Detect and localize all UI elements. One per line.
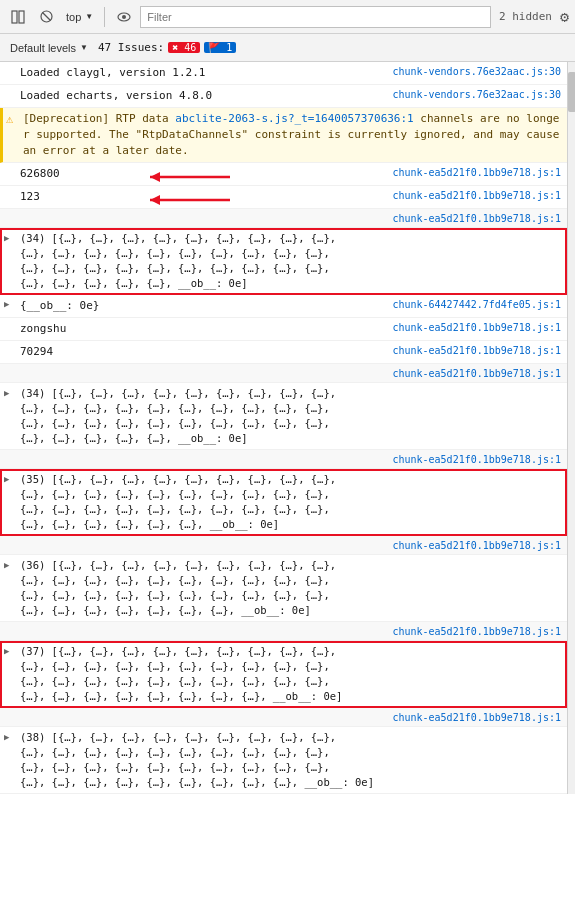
top-label: top [66, 11, 81, 23]
issues-label: 47 Issues: [98, 41, 164, 54]
log-text-src34b [16, 366, 388, 368]
expander-src37 [0, 624, 16, 626]
panel-icon-btn[interactable] [6, 5, 30, 29]
deprecation-link[interactable]: abclite-2063-s.js?_t=1640057370636:1 [175, 112, 413, 125]
log-text-array37: (37) [{…}, {…}, {…}, {…}, {…}, {…}, {…},… [16, 643, 567, 705]
log-text-array35: (35) [{…}, {…}, {…}, {…}, {…}, {…}, {…},… [16, 471, 567, 533]
log-text-70294: 70294 [16, 343, 388, 361]
expander-zongshu [0, 320, 16, 322]
source-array36[interactable]: chunk-ea5d21f0.1bb9e718.js:1 [388, 538, 567, 552]
expander-src34b [0, 366, 16, 368]
console-wrapper: Loaded claygl, version 1.2.1 chunk-vendo… [0, 62, 575, 794]
log-row-deprecation: ⚠ [Deprecation] RTP data abclite-2063-s.… [0, 108, 567, 163]
toolbar-row1: top ▼ 2 hidden ⚙ [0, 0, 575, 34]
log-row-array34b: ▶ (34) [{…}, {…}, {…}, {…}, {…}, {…}, {…… [0, 383, 567, 450]
log-text-obj: {__ob__: 0e} [16, 297, 388, 315]
source-70294[interactable]: chunk-ea5d21f0.1bb9e718.js:1 [388, 343, 567, 357]
log-text-array34b: (34) [{…}, {…}, {…}, {…}, {…}, {…}, {…},… [16, 385, 567, 447]
source-123[interactable]: chunk-ea5d21f0.1bb9e718.js:1 [388, 188, 567, 202]
value-123: 123 [20, 190, 40, 203]
value-70294: 70294 [20, 345, 53, 358]
expander-echarts [0, 87, 16, 89]
expander-array36[interactable]: ▶ [0, 557, 16, 570]
scrollbar-track[interactable] [567, 62, 575, 794]
levels-arrow-icon: ▼ [80, 43, 88, 52]
svg-rect-1 [19, 11, 24, 23]
source-obj[interactable]: chunk-64427442.7fd4fe05.js:1 [388, 297, 567, 311]
source-claygl[interactable]: chunk-vendors.76e32aac.js:30 [388, 64, 567, 78]
expander-array34a[interactable]: ▶ [0, 230, 16, 243]
log-text-626800: 626800 [16, 165, 388, 183]
expander-src38 [0, 710, 16, 712]
value-zongshu: zongshu [20, 322, 66, 335]
log-text-zongshu: zongshu [16, 320, 388, 338]
log-row-src-array38: chunk-ea5d21f0.1bb9e718.js:1 [0, 708, 567, 727]
eye-btn[interactable] [112, 5, 136, 29]
panel-icon [11, 10, 25, 24]
log-row-obj: ▶ {__ob__: 0e} chunk-64427442.7fd4fe05.j… [0, 295, 567, 318]
log-row-array36: ▶ (36) [{…}, {…}, {…}, {…}, {…}, {…}, {…… [0, 555, 567, 622]
expander-obj[interactable]: ▶ [0, 297, 16, 309]
top-dropdown-btn[interactable]: top ▼ [62, 9, 97, 25]
settings-gear-icon[interactable]: ⚙ [560, 8, 569, 26]
toolbar-row2: Default levels ▼ 47 Issues: ✖ 46 🚩 1 [0, 34, 575, 62]
source-echarts[interactable]: chunk-vendors.76e32aac.js:30 [388, 87, 567, 101]
log-text-src35 [16, 452, 388, 454]
expander-src36 [0, 538, 16, 540]
log-text-array36: (36) [{…}, {…}, {…}, {…}, {…}, {…}, {…},… [16, 557, 567, 619]
source-626800[interactable]: chunk-ea5d21f0.1bb9e718.js:1 [388, 165, 567, 179]
log-text-123: 123 [16, 188, 388, 206]
log-row-array37: ▶ (37) [{…}, {…}, {…}, {…}, {…}, {…}, {…… [0, 641, 567, 708]
log-row-array38: ▶ (38) [{…}, {…}, {…}, {…}, {…}, {…}, {…… [0, 727, 567, 794]
source-zongshu[interactable]: chunk-ea5d21f0.1bb9e718.js:1 [388, 320, 567, 334]
source-array34b[interactable]: chunk-ea5d21f0.1bb9e718.js:1 [388, 366, 567, 380]
log-row-zongshu: zongshu chunk-ea5d21f0.1bb9e718.js:1 [0, 318, 567, 341]
log-row-123: 123 chunk-ea5d21f0.1bb9e718.js:1 [0, 186, 567, 209]
log-text-src38 [16, 710, 388, 712]
dropdown-arrow-icon: ▼ [85, 12, 93, 21]
filter-input[interactable] [140, 6, 491, 28]
svg-point-5 [122, 15, 126, 19]
clear-icon [40, 10, 53, 23]
log-text-echarts: Loaded echarts, version 4.8.0 [16, 87, 388, 105]
log-row-70294: 70294 chunk-ea5d21f0.1bb9e718.js:1 [0, 341, 567, 364]
expander-src35 [0, 452, 16, 454]
svg-rect-0 [12, 11, 17, 23]
source-array38[interactable]: chunk-ea5d21f0.1bb9e718.js:1 [388, 710, 567, 724]
claygl-text: Loaded claygl, version 1.2.1 [20, 66, 205, 79]
log-row-src-array36: chunk-ea5d21f0.1bb9e718.js:1 [0, 536, 567, 555]
log-row-src-array37: chunk-ea5d21f0.1bb9e718.js:1 [0, 622, 567, 641]
expander-123 [0, 188, 16, 190]
toolbar-separator1 [104, 7, 105, 27]
log-row-claygl: Loaded claygl, version 1.2.1 chunk-vendo… [0, 62, 567, 85]
error-badge: ✖ 46 [168, 42, 200, 53]
log-text-deprecation: [Deprecation] RTP data abclite-2063-s.js… [19, 110, 567, 160]
expander-src34a [0, 211, 16, 213]
clear-btn[interactable] [34, 5, 58, 29]
log-text-src37 [16, 624, 388, 626]
log-text-claygl: Loaded claygl, version 1.2.1 [16, 64, 388, 82]
echarts-text: Loaded echarts, version 4.8.0 [20, 89, 212, 102]
expander-claygl [0, 64, 16, 66]
scrollbar-thumb[interactable] [568, 72, 575, 112]
console-content: Loaded claygl, version 1.2.1 chunk-vendo… [0, 62, 567, 794]
source-array37[interactable]: chunk-ea5d21f0.1bb9e718.js:1 [388, 624, 567, 638]
value-626800: 626800 [20, 167, 60, 180]
expander-array38[interactable]: ▶ [0, 729, 16, 742]
log-text-src34a [16, 211, 388, 213]
source-array35[interactable]: chunk-ea5d21f0.1bb9e718.js:1 [388, 452, 567, 466]
expander-70294 [0, 343, 16, 345]
warn-icon: ⚠ [3, 110, 19, 126]
levels-dropdown-btn[interactable]: Default levels ▼ [6, 40, 92, 56]
source-array34a[interactable]: chunk-ea5d21f0.1bb9e718.js:1 [388, 211, 567, 225]
expander-array35[interactable]: ▶ [0, 471, 16, 484]
expander-array37[interactable]: ▶ [0, 643, 16, 656]
eye-icon [117, 12, 131, 22]
log-text-array34a: (34) [{…}, {…}, {…}, {…}, {…}, {…}, {…},… [16, 230, 567, 292]
log-row-src-array35: chunk-ea5d21f0.1bb9e718.js:1 [0, 450, 567, 469]
warn-badge: 🚩 1 [204, 42, 236, 53]
expander-array34b[interactable]: ▶ [0, 385, 16, 398]
log-row-src-array34a: chunk-ea5d21f0.1bb9e718.js:1 [0, 209, 567, 228]
expander-626800 [0, 165, 16, 167]
svg-line-3 [42, 13, 50, 21]
